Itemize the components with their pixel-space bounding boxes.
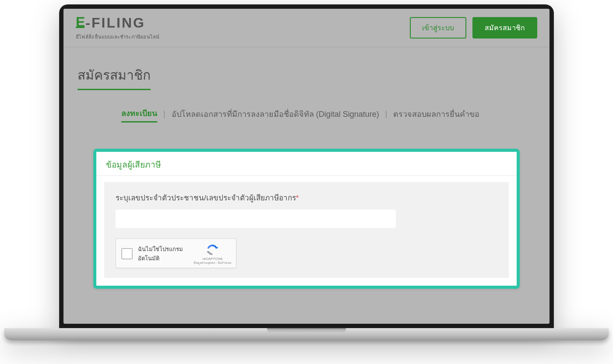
logo-e-icon: E (76, 18, 85, 28)
app-header: E -FILING อีไฟล์ลิ่ง ยื่นแบบและชำระภาษีอ… (63, 9, 550, 47)
recaptcha-widget: ฉันไม่ใช่โปรแกรมอัตโนมัติ (116, 238, 236, 268)
tab-separator: | (163, 109, 166, 119)
recaptcha-brand-block: reCAPTCHA ข้อมูลส่วนบุคคล - ข้อกำหนด (194, 243, 232, 264)
recaptcha-icon (206, 243, 219, 256)
recaptcha-brand: reCAPTCHA (203, 257, 222, 261)
laptop-notch (267, 328, 346, 333)
required-mark: * (296, 194, 299, 202)
laptop-screen: E -FILING อีไฟล์ลิ่ง ยื่นแบบและชำระภาษีอ… (63, 9, 550, 324)
header-buttons: เข้าสู่ระบบ สมัครสมาชิก (410, 17, 537, 38)
recaptcha-terms[interactable]: ข้อมูลส่วนบุคคล - ข้อกำหนด (194, 261, 232, 265)
tab-register[interactable]: ลงทะเบียน (121, 105, 157, 122)
recaptcha-checkbox[interactable] (121, 248, 133, 259)
logo-block: E -FILING อีไฟล์ลิ่ง ยื่นแบบและชำระภาษีอ… (76, 15, 159, 41)
taxpayer-card: ข้อมูลผู้เสียภาษี ระบุเลขประจำตัวประชาชน… (93, 149, 520, 289)
recaptcha-label: ฉันไม่ใช่โปรแกรมอัตโนมัติ (138, 245, 188, 263)
tab-check-status[interactable]: ตรวจสอบผลการยื่นคำขอ (393, 106, 479, 122)
card-header: ข้อมูลผู้เสียภาษี (96, 152, 517, 176)
logo-filing-text: -FILING (85, 15, 145, 31)
page-title: สมัครสมาชิก (78, 65, 151, 90)
tabs: ลงทะเบียน | อัปโหลดเอกสารที่มีการลงลายมื… (78, 105, 535, 122)
laptop-mockup: E -FILING อีไฟล์ลิ่ง ยื่นแบบและชำระภาษีอ… (4, 4, 609, 340)
app-root: E -FILING อีไฟล์ลิ่ง ยื่นแบบและชำระภาษีอ… (63, 9, 550, 324)
tab-upload-digital-signature[interactable]: อัปโหลดเอกสารที่มีการลงลายมือชื่อดิจิทัล… (172, 106, 379, 122)
taxid-input[interactable] (116, 210, 396, 228)
login-button[interactable]: เข้าสู่ระบบ (410, 17, 466, 38)
logo-subtitle: อีไฟล์ลิ่ง ยื่นแบบและชำระภาษีออนไลน์ (76, 33, 159, 41)
laptop-base (4, 328, 609, 340)
taxid-label: ระบุเลขประจำตัวประชาชน/เลขประจำตัวผู้เสี… (116, 192, 497, 203)
tab-separator: | (385, 109, 388, 119)
register-button[interactable]: สมัครสมาชิก (472, 17, 537, 38)
card-body: ระบุเลขประจำตัวประชาชน/เลขประจำตัวผู้เสี… (104, 182, 509, 278)
page-content: สมัครสมาชิก ลงทะเบียน | อัปโหลดเอกสารที่… (63, 47, 550, 324)
taxid-label-text: ระบุเลขประจำตัวประชาชน/เลขประจำตัวผู้เสี… (116, 194, 296, 202)
logo-row: E -FILING (76, 15, 159, 31)
card-title: ข้อมูลผู้เสียภาษี (106, 158, 507, 171)
laptop-bezel: E -FILING อีไฟล์ลิ่ง ยื่นแบบและชำระภาษีอ… (59, 4, 554, 328)
